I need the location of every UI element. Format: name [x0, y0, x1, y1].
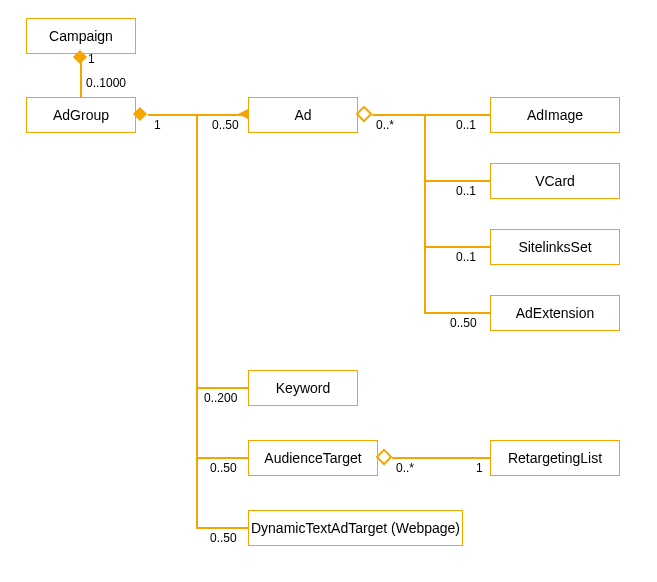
edge-ad-vcard	[424, 180, 490, 182]
entity-label: DynamicTextAdTarget (Webpage)	[251, 520, 460, 536]
multiplicity-label: 0..50	[210, 531, 237, 545]
edge-adgroup-bus	[196, 116, 198, 528]
multiplicity-label: 0..1	[456, 184, 476, 198]
entity-label: Campaign	[49, 28, 113, 44]
multiplicity-label: 0..50	[212, 118, 239, 132]
entity-label: Ad	[294, 107, 311, 123]
edge-adgroup-ad	[148, 114, 248, 116]
entity-adgroup: AdGroup	[26, 97, 136, 133]
edge-audiencetarget-retargetinglist	[392, 457, 490, 459]
entity-label: AdExtension	[516, 305, 595, 321]
entity-label: RetargetingList	[508, 450, 602, 466]
entity-label: AudienceTarget	[264, 450, 361, 466]
edge-adgroup-dynamictextadtarget	[196, 527, 248, 529]
multiplicity-label: 0..200	[204, 391, 237, 405]
multiplicity-label: 0..1000	[86, 76, 126, 90]
entity-label: SitelinksSet	[518, 239, 591, 255]
entity-retargetinglist: RetargetingList	[490, 440, 620, 476]
aggregation-diamond-icon	[376, 449, 393, 466]
multiplicity-label: 0..*	[376, 118, 394, 132]
multiplicity-label: 0..1	[456, 118, 476, 132]
edge-ad-adimage	[372, 114, 490, 116]
entity-adimage: AdImage	[490, 97, 620, 133]
entity-vcard: VCard	[490, 163, 620, 199]
entity-sitelinksset: SitelinksSet	[490, 229, 620, 265]
edge-adgroup-audiencetarget	[196, 457, 248, 459]
multiplicity-label: 1	[476, 461, 483, 475]
multiplicity-label: 1	[154, 118, 161, 132]
multiplicity-label: 1	[88, 52, 95, 66]
entity-label: Keyword	[276, 380, 330, 396]
edge-ad-sitelinksset	[424, 246, 490, 248]
aggregation-diamond-icon	[356, 106, 373, 123]
arrow-icon	[238, 109, 248, 119]
entity-campaign: Campaign	[26, 18, 136, 54]
edge-ad-adextension	[424, 312, 490, 314]
multiplicity-label: 0..*	[396, 461, 414, 475]
uml-class-diagram: Campaign AdGroup Ad AdImage VCard Siteli…	[0, 0, 657, 582]
entity-dynamictextadtarget: DynamicTextAdTarget (Webpage)	[248, 510, 463, 546]
entity-adextension: AdExtension	[490, 295, 620, 331]
entity-audiencetarget: AudienceTarget	[248, 440, 378, 476]
multiplicity-label: 0..50	[210, 461, 237, 475]
entity-label: VCard	[535, 173, 575, 189]
multiplicity-label: 0..50	[450, 316, 477, 330]
edge-ad-bus	[424, 114, 426, 313]
entity-keyword: Keyword	[248, 370, 358, 406]
entity-label: AdImage	[527, 107, 583, 123]
entity-label: AdGroup	[53, 107, 109, 123]
edge-adgroup-keyword	[196, 387, 248, 389]
multiplicity-label: 0..1	[456, 250, 476, 264]
entity-ad: Ad	[248, 97, 358, 133]
